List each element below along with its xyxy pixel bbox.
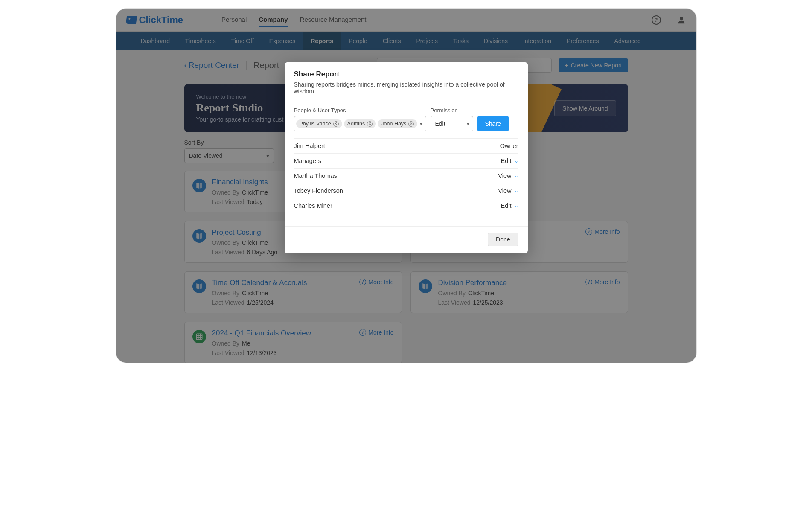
permission-dropdown[interactable]: View⌄ xyxy=(498,187,518,194)
share-row: Jim HalpertOwner xyxy=(294,138,518,154)
user-chip[interactable]: Phyllis Vance✕ xyxy=(296,119,342,128)
share-name: Martha Thomas xyxy=(294,172,337,179)
done-button[interactable]: Done xyxy=(488,233,518,246)
remove-chip-icon[interactable]: ✕ xyxy=(408,121,414,127)
modal-title: Share Report xyxy=(294,70,518,79)
permission-dropdown[interactable]: Edit⌄ xyxy=(501,202,518,209)
share-report-modal: Share Report Sharing reports bridges min… xyxy=(285,62,528,253)
share-name: Jim Halpert xyxy=(294,143,325,149)
permission-dropdown[interactable]: Edit⌄ xyxy=(501,157,518,164)
remove-chip-icon[interactable]: ✕ xyxy=(367,121,373,127)
permission-label: Permission xyxy=(431,107,473,113)
remove-chip-icon[interactable]: ✕ xyxy=(333,121,339,127)
user-chip[interactable]: John Hays✕ xyxy=(378,119,417,128)
chevron-down-icon: ⌄ xyxy=(514,158,518,164)
people-label: People & User Types xyxy=(294,107,426,113)
share-name: Managers xyxy=(294,157,321,164)
share-name: Tobey Flenderson xyxy=(294,187,343,194)
people-input[interactable]: Phyllis Vance✕Admins✕John Hays✕ xyxy=(294,116,426,131)
share-name: Charles Miner xyxy=(294,202,332,209)
chevron-down-icon: ⌄ xyxy=(514,188,518,194)
permission-value: Owner xyxy=(500,143,518,149)
share-row: ManagersEdit⌄ xyxy=(294,154,518,169)
user-chip[interactable]: Admins✕ xyxy=(344,119,376,128)
chevron-down-icon: ⌄ xyxy=(514,173,518,179)
share-row: Martha ThomasView⌄ xyxy=(294,169,518,183)
permission-select[interactable]: Edit xyxy=(431,116,473,131)
chevron-down-icon: ⌄ xyxy=(514,203,518,209)
permission-dropdown[interactable]: View⌄ xyxy=(498,172,518,179)
share-row: Charles MinerEdit⌄ xyxy=(294,198,518,213)
share-button[interactable]: Share xyxy=(477,116,509,131)
share-row: Tobey FlendersonView⌄ xyxy=(294,183,518,198)
modal-subtitle: Sharing reports bridges minds, merging i… xyxy=(294,81,518,95)
